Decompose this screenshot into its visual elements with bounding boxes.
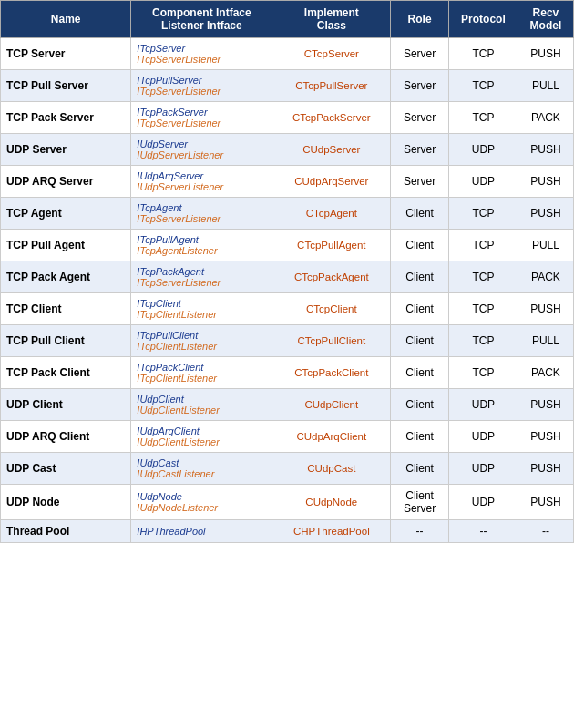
- cell-protocol: UDP: [448, 134, 518, 166]
- cell-implement: CTcpPullServer: [272, 70, 391, 102]
- cell-implement: CTcpServer: [272, 38, 391, 70]
- cell-name: UDP Cast: [1, 453, 131, 485]
- interface-line-2: ITcpServerListener: [137, 54, 266, 65]
- interface-line-1: ITcpClient: [137, 298, 266, 309]
- cell-interface: ITcpClientITcpClientListener: [131, 293, 272, 325]
- interface-line-1: ITcpPackServer: [137, 107, 266, 118]
- cell-role: --: [391, 520, 449, 543]
- cell-implement: CUdpArqServer: [272, 166, 391, 198]
- interface-line-1: IUdpCast: [137, 457, 266, 468]
- table-row: TCP Pull ServerITcpPullServerITcpServerL…: [1, 70, 574, 102]
- cell-protocol: TCP: [448, 38, 518, 70]
- table-row: TCP AgentITcpAgentITcpServerListenerCTcp…: [1, 198, 574, 230]
- cell-protocol: UDP: [448, 166, 518, 198]
- interface-line-1: ITcpServer: [137, 43, 266, 54]
- header-recv: RecvModel: [518, 1, 573, 38]
- table-row: UDP ServerIUdpServerIUdpServerListenerCU…: [1, 134, 574, 166]
- header-role: Role: [391, 1, 449, 38]
- cell-implement: CUdpClient: [272, 389, 391, 421]
- table-row: TCP Pack AgentITcpPackAgentITcpServerLis…: [1, 261, 574, 293]
- cell-role: Server: [391, 38, 449, 70]
- cell-protocol: UDP: [448, 421, 518, 453]
- table-row: TCP Pack ClientITcpPackClientITcpClientL…: [1, 357, 574, 389]
- cell-interface: IUdpCastIUdpCastListener: [131, 453, 272, 485]
- cell-name: TCP Client: [1, 293, 131, 325]
- cell-name: UDP Client: [1, 389, 131, 421]
- table-row: TCP Pull ClientITcpPullClientITcpClientL…: [1, 325, 574, 357]
- cell-role: Client: [391, 389, 449, 421]
- cell-role: Client: [391, 261, 449, 293]
- interface-line-2: IUdpCastListener: [137, 468, 266, 479]
- cell-role: Server: [391, 134, 449, 166]
- cell-recv: PUSH: [518, 389, 573, 421]
- table-row: UDP CastIUdpCastIUdpCastListenerCUdpCast…: [1, 453, 574, 485]
- component-table: Name Component IntfaceListener Intface I…: [0, 0, 574, 543]
- cell-protocol: TCP: [448, 102, 518, 134]
- cell-implement: CTcpPullClient: [272, 325, 391, 357]
- header-implement: ImplementClass: [272, 1, 391, 38]
- cell-protocol: TCP: [448, 198, 518, 230]
- cell-recv: PACK: [518, 261, 573, 293]
- cell-recv: PULL: [518, 230, 573, 261]
- cell-role: Server: [391, 70, 449, 102]
- cell-recv: PUSH: [518, 421, 573, 453]
- interface-line-2: ITcpClientListener: [137, 373, 266, 384]
- cell-role: ClientServer: [391, 485, 449, 520]
- interface-line-1: ITcpPullClient: [137, 330, 266, 341]
- interface-line-1: IUdpArqServer: [137, 170, 266, 181]
- cell-interface: ITcpAgentITcpServerListener: [131, 198, 272, 230]
- cell-role: Server: [391, 166, 449, 198]
- cell-protocol: TCP: [448, 230, 518, 261]
- cell-name: TCP Agent: [1, 198, 131, 230]
- interface-line-1: ITcpPullAgent: [137, 234, 266, 245]
- interface-line-2: IUdpServerListener: [137, 149, 266, 160]
- cell-protocol: UDP: [448, 389, 518, 421]
- cell-protocol: UDP: [448, 453, 518, 485]
- cell-recv: PACK: [518, 357, 573, 389]
- header-row: Name Component IntfaceListener Intface I…: [1, 1, 574, 38]
- cell-implement: CUdpCast: [272, 453, 391, 485]
- cell-recv: PUSH: [518, 134, 573, 166]
- cell-implement: CUdpServer: [272, 134, 391, 166]
- cell-role: Client: [391, 421, 449, 453]
- interface-line-2: IUdpClientListener: [137, 405, 266, 415]
- cell-role: Client: [391, 357, 449, 389]
- interface-line-1: ITcpPackClient: [137, 362, 266, 373]
- cell-name: UDP ARQ Client: [1, 421, 131, 453]
- cell-implement: CTcpPackServer: [272, 102, 391, 134]
- interface-line-1: ITcpPullServer: [137, 75, 266, 86]
- cell-protocol: TCP: [448, 325, 518, 357]
- interface-line-2: IUdpNodeListener: [137, 502, 266, 513]
- cell-recv: PUSH: [518, 198, 573, 230]
- interface-line-1: ITcpAgent: [137, 202, 266, 213]
- cell-protocol: TCP: [448, 70, 518, 102]
- cell-recv: PULL: [518, 70, 573, 102]
- cell-interface: ITcpPullAgentITcpAgentListener: [131, 230, 272, 261]
- cell-implement: CHPThreadPool: [272, 520, 391, 543]
- cell-interface: IUdpServerIUdpServerListener: [131, 134, 272, 166]
- cell-role: Client: [391, 198, 449, 230]
- cell-interface: IUdpArqClientIUdpClientListener: [131, 421, 272, 453]
- interface-line-2: ITcpServerListener: [137, 277, 266, 288]
- cell-role: Client: [391, 325, 449, 357]
- cell-implement: CTcpAgent: [272, 198, 391, 230]
- table-row: UDP ARQ ServerIUdpArqServerIUdpServerLis…: [1, 166, 574, 198]
- interface-line-2: ITcpAgentListener: [137, 245, 266, 256]
- cell-name: TCP Pull Server: [1, 70, 131, 102]
- interface-line-1: ITcpPackAgent: [137, 266, 266, 277]
- interface-line-1: IUdpServer: [137, 138, 266, 149]
- interface-line-2: ITcpServerListener: [137, 86, 266, 97]
- cell-recv: PACK: [518, 102, 573, 134]
- cell-interface: IUdpArqServerIUdpServerListener: [131, 166, 272, 198]
- cell-protocol: UDP: [448, 485, 518, 520]
- cell-recv: PUSH: [518, 166, 573, 198]
- cell-protocol: TCP: [448, 293, 518, 325]
- cell-implement: CTcpPullAgent: [272, 230, 391, 261]
- interface-line-2: ITcpClientListener: [137, 309, 266, 320]
- interface-line-2: IUdpClientListener: [137, 436, 266, 447]
- cell-interface: ITcpPullClientITcpClientListener: [131, 325, 272, 357]
- cell-interface: IUdpNodeIUdpNodeListener: [131, 485, 272, 520]
- cell-recv: PUSH: [518, 38, 573, 70]
- table-row: TCP Pack ServerITcpPackServerITcpServerL…: [1, 102, 574, 134]
- cell-recv: --: [518, 520, 573, 543]
